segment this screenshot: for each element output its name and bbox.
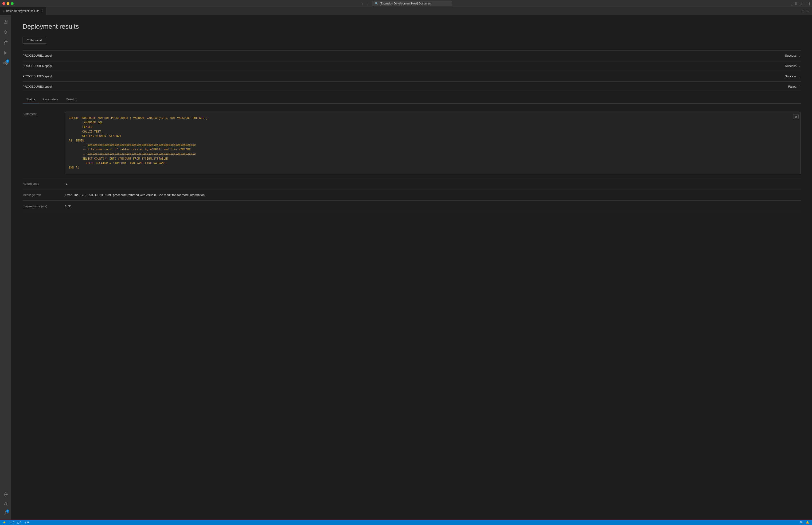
activity-bar: 1 1 bbox=[0, 15, 11, 520]
procedure-row-1[interactable]: PROCEDURE1.spsql Success ⌄ bbox=[22, 50, 801, 61]
chevron-down-icon-2: ⌄ bbox=[798, 64, 801, 68]
svg-point-4 bbox=[4, 31, 7, 33]
tab-result-1[interactable]: Result 1 bbox=[62, 96, 81, 103]
chevron-up-icon-4: ⌃ bbox=[798, 85, 801, 88]
detail-row-statement: Statement ⧉ CREATE PROCEDURE ADMF001.PRO… bbox=[22, 108, 801, 178]
status-right: 🔍 🔔 bbox=[800, 521, 809, 524]
extensions-badge: 1 bbox=[6, 59, 10, 63]
procedure-row-2[interactable]: PROCEDURE6.spsql Success ⌄ bbox=[22, 61, 801, 71]
tab-parameters[interactable]: Parameters bbox=[39, 96, 62, 103]
settings-badge: 1 bbox=[6, 510, 10, 513]
layout-icon-2[interactable] bbox=[796, 2, 800, 5]
activity-extensions[interactable]: 1 bbox=[1, 59, 10, 68]
code-line-4: COLLID TEST bbox=[69, 130, 797, 134]
message-text-label: Message text bbox=[22, 193, 56, 197]
status-errors[interactable]: ✕ 0 △ 0 bbox=[10, 521, 21, 524]
back-button[interactable]: ‹ bbox=[360, 1, 364, 6]
procedure-row-3[interactable]: PROCEDURE5.spsql Success ⌄ bbox=[22, 71, 801, 81]
detail-panel: Status Parameters Result 1 Statement ⧉ C… bbox=[22, 92, 801, 212]
procedure-row-4[interactable]: PROCEDURE3.spsql Failed ⌃ bbox=[22, 81, 801, 92]
svg-marker-9 bbox=[4, 51, 7, 55]
code-line-1: CREATE PROCEDURE ADMF001.PROCEDURE3 ( VA… bbox=[69, 116, 797, 121]
warning-icon: △ bbox=[17, 521, 18, 524]
content-area: Deployment results Collapse all PROCEDUR… bbox=[11, 15, 812, 520]
activity-explorer[interactable] bbox=[1, 17, 10, 27]
status-bell[interactable]: 🔔 bbox=[806, 521, 809, 524]
code-block: ⧉ CREATE PROCEDURE ADMF001.PROCEDURE3 ( … bbox=[65, 112, 801, 174]
activity-bottom: 1 bbox=[1, 490, 10, 518]
layout-icon-4[interactable] bbox=[806, 2, 810, 5]
svg-point-16 bbox=[5, 513, 6, 514]
statement-label: Statement bbox=[22, 112, 56, 116]
code-line-9: -- #####################################… bbox=[69, 152, 797, 157]
svg-rect-0 bbox=[4, 20, 5, 22]
address-text: [Extension Development Host] Document bbox=[380, 2, 431, 5]
activity-run[interactable] bbox=[1, 48, 10, 58]
close-dot[interactable] bbox=[2, 2, 5, 5]
activity-settings[interactable]: 1 bbox=[1, 509, 10, 518]
code-line-6: P1: BEGIN bbox=[69, 139, 797, 143]
layout-controls bbox=[792, 2, 810, 5]
status-bar: ⚡ ✕ 0 △ 0 ⑂ 0 🔍 🔔 bbox=[0, 520, 812, 525]
title-bar: ‹ › 🔍 [Extension Development Host] Docum… bbox=[0, 0, 812, 7]
collapse-all-button[interactable]: Collapse all bbox=[22, 37, 46, 44]
procedure-name-2: PROCEDURE6.spsql bbox=[22, 64, 52, 68]
status-remote[interactable]: ⚡ bbox=[3, 521, 6, 524]
status-label-3: Success bbox=[785, 75, 796, 78]
batch-deployment-tab[interactable]: ≡ Batch Deployment Results × bbox=[0, 7, 47, 15]
minimize-dot[interactable] bbox=[6, 2, 10, 5]
split-editor-button[interactable]: ⊡ bbox=[802, 9, 805, 13]
error-icon: ✕ bbox=[10, 521, 12, 524]
main-layout: 1 1 Deployment results Collapse all PROC… bbox=[0, 15, 812, 520]
message-text-value: Error: The SYSPROC.DSNTPSMP procedure re… bbox=[65, 193, 205, 197]
forward-button[interactable]: › bbox=[366, 1, 370, 6]
detail-row-elapsed: Elapsed time (ms) 1891 bbox=[22, 201, 801, 212]
activity-remote[interactable] bbox=[1, 490, 10, 499]
window-controls bbox=[2, 2, 14, 5]
procedure-name-1: PROCEDURE1.spsql bbox=[22, 54, 52, 57]
procedure-list: PROCEDURE1.spsql Success ⌄ PROCEDURE6.sp… bbox=[22, 50, 801, 212]
git-icon: ⑂ bbox=[25, 521, 26, 524]
procedure-status-4: Failed ⌃ bbox=[788, 85, 801, 88]
status-zoom[interactable]: 🔍 bbox=[800, 521, 803, 524]
zoom-icon: 🔍 bbox=[800, 521, 803, 524]
code-line-12: END P1 bbox=[69, 166, 797, 170]
status-label-1: Success bbox=[785, 54, 796, 57]
svg-point-7 bbox=[4, 43, 5, 44]
code-line-3: FENCED bbox=[69, 125, 797, 130]
return-code-value: -1 bbox=[65, 182, 68, 185]
svg-line-5 bbox=[6, 33, 8, 34]
elapsed-value: 1891 bbox=[65, 205, 72, 208]
tab-bar-actions: ⊡ ··· bbox=[802, 9, 812, 13]
layout-icon-1[interactable] bbox=[792, 2, 796, 5]
address-bar[interactable]: 🔍 [Extension Development Host] Document bbox=[372, 1, 452, 6]
activity-search[interactable] bbox=[1, 28, 10, 37]
git-count: 0 bbox=[27, 521, 29, 524]
elapsed-label: Elapsed time (ms) bbox=[22, 205, 56, 208]
procedure-row-4-wrapper: PROCEDURE3.spsql Failed ⌃ Status Paramet… bbox=[22, 81, 801, 212]
procedure-status-3: Success ⌄ bbox=[785, 75, 801, 78]
chevron-down-icon-3: ⌄ bbox=[798, 75, 801, 78]
remote-icon: ⚡ bbox=[3, 521, 6, 524]
svg-point-6 bbox=[4, 41, 5, 42]
activity-account[interactable] bbox=[1, 499, 10, 509]
layout-icon-3[interactable] bbox=[801, 2, 805, 5]
copy-code-button[interactable]: ⧉ bbox=[793, 114, 799, 119]
tab-label: Batch Deployment Results bbox=[6, 10, 39, 13]
more-actions-button[interactable]: ··· bbox=[806, 9, 809, 13]
status-label-2: Success bbox=[785, 64, 796, 68]
code-line-7: -- #####################################… bbox=[69, 143, 797, 148]
code-line-10: SELECT COUNT(*) INTO VARCOUNT FROM SYSIB… bbox=[69, 157, 797, 161]
activity-source-control[interactable] bbox=[1, 38, 10, 47]
code-line-11: WHERE CREATOR = 'ADMF001' AND NAME LIKE … bbox=[69, 161, 797, 166]
status-git[interactable]: ⑂ 0 bbox=[25, 521, 29, 524]
return-code-label: Return code bbox=[22, 182, 56, 185]
procedure-status-2: Success ⌄ bbox=[785, 64, 801, 68]
maximize-dot[interactable] bbox=[11, 2, 14, 5]
search-icon: 🔍 bbox=[375, 2, 379, 5]
tab-status[interactable]: Status bbox=[22, 96, 39, 103]
bell-icon: 🔔 bbox=[806, 521, 809, 524]
procedure-name-3: PROCEDURE5.spsql bbox=[22, 75, 52, 78]
code-line-5: WLM ENVIRONMENT WLMENV1 bbox=[69, 134, 797, 139]
tab-close-button[interactable]: × bbox=[42, 9, 44, 13]
